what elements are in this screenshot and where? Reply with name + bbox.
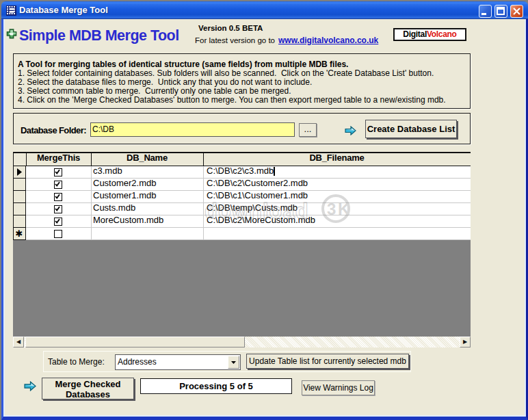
svg-text:3: 3	[327, 200, 336, 218]
svg-text:K: K	[338, 200, 350, 218]
